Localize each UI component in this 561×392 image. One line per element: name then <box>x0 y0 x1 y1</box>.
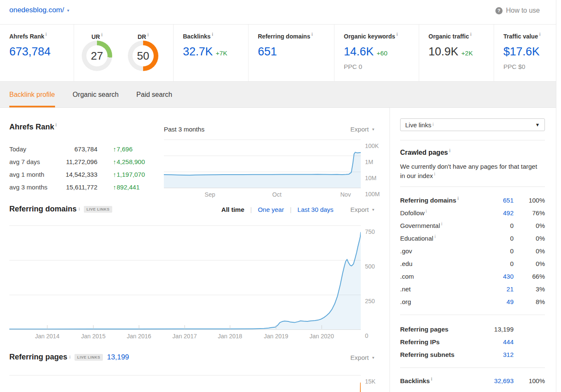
dr-label: DR <box>138 33 146 40</box>
x-axis-label: Jan 2016 <box>127 333 151 340</box>
row-value[interactable]: 32,693 <box>480 377 514 384</box>
sidebar-stat-row: .net213% <box>400 282 545 295</box>
filter-one-year[interactable]: One year <box>258 206 284 213</box>
stat-ahrefs-rank: Ahrefs Ranki 673,784 <box>0 25 74 81</box>
ahrefs-rank-chart[interactable] <box>164 140 361 188</box>
x-axis-label: Nov <box>340 191 351 198</box>
rank-row-change: ↑892,441 <box>113 184 140 191</box>
row-value: 0 <box>480 222 514 229</box>
backlinks-total-row: Backlinksi32,693100% <box>400 374 545 387</box>
ahrefs-rank-table: Today673,784↑7,696avg 7 days11,272,096↑4… <box>9 143 162 193</box>
referring-pages-count[interactable]: 13,199 <box>107 353 129 362</box>
traffic-value-value[interactable]: $17.6K <box>503 45 556 58</box>
row-label: .net <box>400 285 480 293</box>
sidebar-stat-row: Dofollowi49276% <box>400 206 545 219</box>
sidebar-divider <box>400 186 545 187</box>
x-axis-label: Jan 2019 <box>264 333 288 340</box>
referring-domains-chart[interactable] <box>9 225 361 329</box>
y-axis-label: 500 <box>365 263 375 270</box>
sidebar-stat-row: Referring subnets312 <box>400 348 545 361</box>
tab-backlink-profile[interactable]: Backlink profile <box>9 82 55 107</box>
ahrefs-rank-heading: Ahrefs Ranki <box>9 123 57 132</box>
info-icon: i <box>147 33 149 37</box>
referring-domains-heading: Referring domains i LIVE LINKS <box>9 205 112 214</box>
info-icon: i <box>312 32 313 37</box>
x-axis-label: Jan 2018 <box>218 333 242 340</box>
stat-organic-traffic: Organic traffici 10.9K+2K <box>419 25 494 81</box>
stat-organic-keywords: Organic keywordsi 14.6K+60 PPC 0 <box>334 25 419 81</box>
rank-row-label: avg 3 months <box>9 184 55 191</box>
sidebar-divider <box>400 367 545 368</box>
row-percent: 8% <box>514 298 545 305</box>
how-to-use-link[interactable]: ? How to use <box>495 7 540 14</box>
chevron-down-icon: ▾ <box>372 355 374 360</box>
backlinks-value[interactable]: 32.7K <box>183 45 213 58</box>
rank-row-value: 15,611,772 <box>55 184 97 191</box>
filter-divider: | <box>250 206 252 213</box>
x-axis-label: Jan 2015 <box>81 333 106 340</box>
row-value[interactable]: 444 <box>480 338 514 345</box>
row-value[interactable]: 492 <box>480 209 514 217</box>
sidebar-divider <box>400 315 545 315</box>
info-icon: i <box>45 32 47 37</box>
row-value: 0 <box>480 260 514 267</box>
page: onedesblog.com/ ▾ ? How to use Ahrefs Ra… <box>0 0 561 392</box>
filter-last-30-days[interactable]: Last 30 days <box>298 206 334 213</box>
refdomains-time-filter: All time | One year | Last 30 days Expor… <box>221 206 374 213</box>
y-axis-label: 10M <box>365 175 376 181</box>
rank-row-value: 11,272,096 <box>55 158 97 165</box>
refdomains-export-button[interactable]: Export▾ <box>351 206 374 213</box>
ppc-value: PPC $0 <box>503 63 556 70</box>
rank-export-button[interactable]: Export▾ <box>351 126 374 133</box>
row-label: Dofollowi <box>400 209 480 217</box>
y-axis-label: 1M <box>365 159 373 165</box>
row-value[interactable]: 49 <box>480 298 514 305</box>
x-axis-label: Sep <box>205 191 215 198</box>
tab-organic-search[interactable]: Organic search <box>73 82 119 107</box>
row-percent: 0% <box>514 222 545 229</box>
stat-label: Organic traffic <box>428 33 469 40</box>
ahrefs-rank-row: avg 3 months15,611,772↑892,441 <box>9 181 162 193</box>
stat-ur-dr: URi 27 DRi 50 <box>74 25 174 81</box>
live-links-badge: LIVE LINKS <box>75 354 103 361</box>
links-mode-value: Live links <box>405 121 431 129</box>
referring-pages-chart[interactable] <box>9 375 361 392</box>
links-mode-dropdown[interactable]: Live links i ▼ <box>400 118 545 131</box>
backlinks-delta: +7K <box>216 49 227 57</box>
ahrefs-rank-row: Today673,784↑7,696 <box>9 143 162 155</box>
info-icon: i <box>101 33 102 37</box>
stat-backlinks: Backlinksi 32.7K+7K <box>174 25 249 81</box>
dr-value: 50 <box>128 41 158 71</box>
up-arrow-icon: ↑ <box>113 171 116 178</box>
row-value[interactable]: 21 <box>480 285 514 293</box>
y-axis-label: 100M <box>365 191 380 197</box>
up-arrow-icon: ↑ <box>113 158 116 165</box>
y-axis-label: 750 <box>365 228 375 235</box>
tab-paid-search[interactable]: Paid search <box>136 82 172 107</box>
sidebar-stat-row: Educationali00% <box>400 232 545 244</box>
row-value[interactable]: 651 <box>480 197 514 204</box>
rank-row-label: avg 1 month <box>9 171 55 178</box>
info-icon: i <box>396 32 398 37</box>
row-value[interactable]: 430 <box>480 273 514 280</box>
rank-row-change: ↑4,258,900 <box>113 158 145 165</box>
row-value[interactable]: 312 <box>480 351 514 358</box>
row-percent: 0% <box>514 247 545 255</box>
target-domain-selector[interactable]: onedesblog.com/ ▾ <box>9 6 69 14</box>
report-tabs: Backlink profile Organic search Paid sea… <box>0 82 556 108</box>
sidebar-stat-row: Governmentali00% <box>400 219 545 232</box>
info-icon: i <box>539 32 541 37</box>
organic-keywords-value[interactable]: 14.6K <box>344 45 374 58</box>
ahrefs-rank-value[interactable]: 673,784 <box>9 45 74 58</box>
sidebar-stat-row: Referring domainsi651100% <box>400 194 545 206</box>
referring-domains-value[interactable]: 651 <box>258 45 334 58</box>
row-label: Backlinksi <box>400 377 480 384</box>
sidebar-divider <box>400 140 545 140</box>
y-axis-label: 100K <box>365 143 379 149</box>
filter-all-time[interactable]: All time <box>221 206 244 213</box>
ppc-keywords: PPC 0 <box>344 63 419 70</box>
refpages-export-button[interactable]: Export▾ <box>351 354 374 361</box>
stat-label: Ahrefs Rank <box>9 33 44 40</box>
rank-row-value: 14,542,333 <box>55 171 97 178</box>
row-percent: 100% <box>514 377 545 384</box>
